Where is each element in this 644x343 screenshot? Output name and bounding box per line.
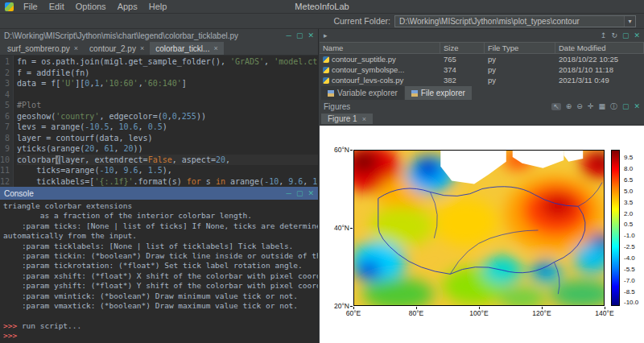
file-explorer-header: ▸ ↥ ↻ ▢ ✕ — [320, 29, 644, 42]
code-token: yticks(arange( — [17, 144, 85, 153]
close-icon[interactable]: ✕ — [634, 32, 640, 39]
file-size: 374 — [440, 65, 485, 74]
code-token: fn = os.path.join(migl.get_sample_folder… — [17, 57, 230, 66]
code-line[interactable]: fn = os.path.join(migl.get_sample_folder… — [17, 56, 318, 68]
y-tick-label: 60°N — [320, 146, 349, 154]
float-icon[interactable]: ▢ — [296, 32, 303, 39]
console-line: :param yshift: (*float*) Y shift of the … — [3, 281, 315, 291]
python-file-icon — [323, 77, 329, 84]
file-name: contour_symbolspe... — [332, 65, 404, 74]
file-name: contour_suptitle.py — [332, 55, 396, 64]
console-line: :param vmaxtick: (*boolean*) Draw maximu… — [3, 301, 315, 311]
column-header-name[interactable]: Name — [320, 43, 440, 53]
file-modified: 2021/3/11 0:49 — [555, 76, 644, 85]
code-line[interactable]: #Plot — [17, 100, 318, 111]
menu-options[interactable]: Options — [70, 1, 112, 13]
file-size: 765 — [440, 55, 485, 64]
console-text: :param xshift: (*float*) X shift of the … — [3, 271, 318, 280]
editor-tab[interactable]: contour_2.py× — [84, 42, 150, 55]
refresh-icon[interactable]: ↻ — [611, 32, 617, 39]
colorbar-tick-label: -5.5 — [624, 265, 635, 272]
editor-tab-bar: surf_sombrero.py×contour_2.py×colorbar_t… — [0, 42, 318, 56]
code-token: , — [303, 177, 312, 186]
code-line[interactable]: data = f['U'][0,1,'10:60','60:140'] — [17, 78, 318, 89]
column-header-size[interactable]: Size — [440, 43, 485, 53]
code-line[interactable]: yticks(arange(20, 61, 20)) — [17, 143, 318, 155]
tab-close-icon[interactable]: × — [140, 44, 144, 52]
code-line[interactable]: colorbar(layer, extendrect=False, aspect… — [17, 155, 318, 166]
line-number: 1 — [0, 56, 10, 68]
code-line[interactable]: ticks=arange(-10, 9.6, 1.5), — [17, 165, 318, 176]
tab-close-icon[interactable]: × — [213, 44, 217, 52]
minimize-icon[interactable]: ─ — [287, 190, 291, 197]
y-tick-mark — [350, 150, 353, 151]
file-size: 382 — [440, 76, 485, 85]
code-token: , aspect= — [172, 155, 216, 164]
file-name-cell: contourf_levs-cols.py — [320, 76, 440, 85]
code-line[interactable]: f = addfile(fn) — [17, 68, 318, 79]
tab-close-icon[interactable]: × — [362, 115, 366, 123]
zoom-out-icon[interactable]: ⊖ — [576, 103, 583, 110]
console-line — [3, 311, 315, 320]
menu-apps[interactable]: Apps — [112, 1, 143, 13]
line-number: 9 — [0, 143, 10, 155]
menu-edit[interactable]: Edit — [43, 1, 70, 13]
code-line[interactable] — [17, 89, 318, 101]
console-line: :param tickrotation: (*float*) Set tick … — [3, 261, 315, 271]
line-number-gutter: 123456789101112 — [0, 56, 14, 187]
code-lines: fn = os.path.join(migl.get_sample_folder… — [14, 56, 318, 187]
chevron-down-icon[interactable]: ▾ — [624, 16, 635, 27]
up-folder-icon[interactable]: ↥ — [601, 32, 607, 39]
editor-panel: D:\Working\MIScript\Jython\mis\chart\leg… — [0, 29, 318, 187]
code-token: )) — [134, 144, 143, 153]
code-editor[interactable]: 123456789101112 fn = os.path.join(migl.g… — [0, 56, 318, 187]
x-tick-mark — [416, 307, 417, 309]
figure-canvas[interactable]: 60°E80°E100°E120°E140°E20°N40°N60°N9.58.… — [320, 126, 644, 343]
code-token: -10.5 — [85, 122, 109, 131]
pan-icon[interactable]: ✛ — [588, 103, 594, 110]
float-icon[interactable]: ▢ — [622, 32, 630, 39]
code-token: 1.5 — [148, 166, 163, 175]
code-token: , — [225, 155, 230, 164]
contour-field — [354, 151, 604, 305]
figures-title: Figures — [324, 102, 350, 111]
editor-tab[interactable]: surf_sombrero.py× — [2, 42, 84, 55]
menu-help[interactable]: Help — [143, 1, 173, 13]
console-text: :param vmaxtick: (*boolean*) Draw maximu… — [3, 301, 298, 310]
tab-file-explorer[interactable]: File explorer — [405, 86, 472, 100]
tab-variable-explorer[interactable]: Variable explorer — [321, 86, 404, 100]
line-number: 8 — [0, 133, 10, 144]
figure-tab[interactable]: Figure 1 × — [321, 114, 373, 124]
file-row[interactable]: contourf_levs-cols.py382py2021/3/11 0:49 — [320, 75, 644, 85]
current-folder-combobox[interactable]: D:\Working\MIScript\Jython\mis\plot_type… — [394, 15, 636, 27]
code-line[interactable]: geoshow('country', edgecolor=(0,0,255)) — [17, 111, 318, 122]
code-token: ] — [182, 79, 187, 88]
minimize-icon[interactable]: ─ — [287, 32, 291, 39]
console-prompt: >>> — [3, 331, 17, 340]
select-arrow-icon[interactable]: ↖ — [551, 103, 561, 110]
column-header-date-modified[interactable]: Date Modified — [555, 43, 644, 53]
close-icon[interactable]: ✕ — [308, 32, 314, 39]
colorbar-tick-label: -7.0 — [624, 276, 635, 283]
code-line[interactable]: levs = arange(-10.5, 10.6, 0.5) — [17, 122, 318, 133]
python-file-icon — [323, 56, 329, 63]
explorer-tab-bar: Variable explorerFile explorer — [320, 86, 472, 100]
code-line[interactable]: layer = contourf(data, levs) — [17, 133, 318, 144]
menu-file[interactable]: File — [18, 1, 43, 13]
editor-tab[interactable]: colorbar_tickl...× — [150, 42, 224, 55]
file-row[interactable]: contour_suptitle.py765py2018/10/22 10:25 — [320, 54, 644, 64]
file-row[interactable]: contour_symbolspe...374py2018/1/10 11:18 — [320, 64, 644, 75]
column-header-file-type[interactable]: File Type — [485, 43, 555, 53]
save-icon[interactable]: ▦ — [598, 103, 605, 110]
toolbar: Current Folder: D:\Working\MIScript\Jyth… — [0, 14, 644, 29]
zoom-in-icon[interactable]: ⊕ — [566, 103, 572, 110]
x-tick-mark — [605, 307, 605, 309]
float-icon[interactable]: ▢ — [622, 103, 630, 110]
tab-close-icon[interactable]: × — [74, 44, 78, 52]
info-icon[interactable]: ⓘ — [610, 103, 617, 110]
close-icon[interactable]: ✕ — [308, 190, 314, 197]
close-icon[interactable]: ✕ — [634, 103, 640, 110]
code-line[interactable]: ticklabels=['{:.1f}'.format(s) for s in … — [17, 176, 318, 188]
console-output[interactable]: triangle colorbar extensions as a fracti… — [0, 200, 318, 343]
float-icon[interactable]: ▢ — [296, 190, 303, 197]
